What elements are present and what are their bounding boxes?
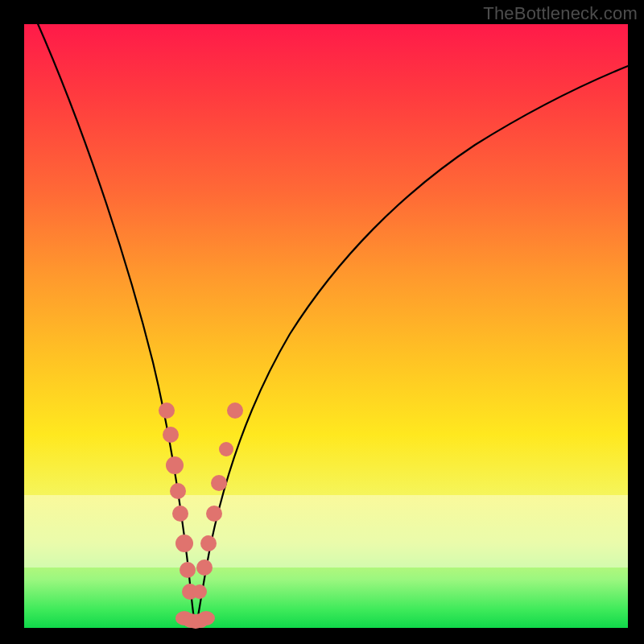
bottleneck-curve — [36, 20, 632, 628]
marker-dot — [166, 456, 184, 474]
watermark-text: TheBottleneck.com — [483, 3, 638, 24]
marker-dot — [227, 402, 243, 419]
marker-dot — [192, 584, 207, 599]
marker-dot — [211, 475, 227, 491]
marker-dot — [175, 535, 193, 552]
marker-dot — [219, 442, 233, 456]
marker-dot — [170, 483, 186, 499]
plot-area — [24, 24, 628, 628]
marker-dot — [197, 611, 215, 625]
curve-layer — [24, 24, 628, 628]
marker-dot — [206, 506, 222, 522]
marker-dot — [159, 402, 175, 419]
marker-dot — [196, 559, 213, 576]
marker-dot — [180, 562, 196, 578]
marker-dot — [200, 535, 217, 551]
chart-frame: TheBottleneck.com — [0, 0, 644, 644]
marker-dot — [163, 427, 179, 443]
marker-dot — [172, 506, 188, 522]
